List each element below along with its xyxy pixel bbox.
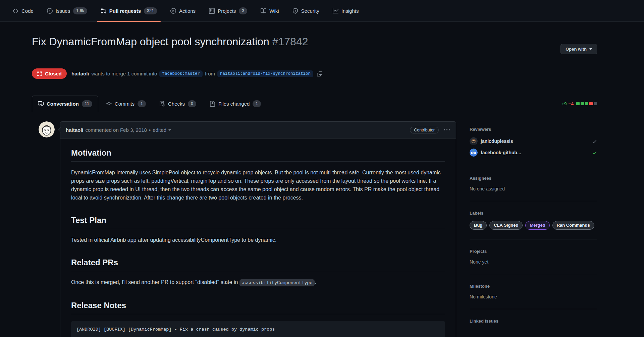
chevron-down-icon — [589, 48, 592, 50]
nav-label: Code — [21, 8, 34, 14]
comment-separator: • — [149, 127, 151, 133]
diffstat-additions: +9 — [561, 101, 567, 106]
git-commit-icon — [106, 101, 112, 107]
milestone-empty-text: No milestone — [470, 294, 597, 299]
reviewer-row: facebook-github... — [470, 149, 597, 157]
comment-author-link[interactable]: haitaoli — [66, 127, 84, 133]
merge-summary: haitaoli wants to merge 1 commit into fa… — [71, 70, 322, 77]
code-icon — [13, 8, 18, 14]
inline-code: accessibilityComponentType — [239, 279, 315, 286]
related-prs-period: . — [315, 279, 316, 285]
assignees-title: Assignees — [470, 176, 597, 181]
pr-number: #17842 — [272, 36, 308, 48]
pr-tabnav: Conversation 11 Commits 1 Checks 0 Files… — [32, 96, 597, 112]
motivation-paragraph: DynamicFromMap internally uses SimplePoo… — [71, 168, 445, 202]
projects-title: Projects — [470, 249, 597, 254]
avatar-janicduplessis[interactable] — [470, 137, 478, 145]
avatar-haitaoli — [39, 121, 55, 137]
pr-author-link[interactable]: haitaoli — [71, 71, 89, 76]
checklist-icon — [159, 101, 165, 107]
comment-header: haitaoli commented on Feb 3, 2018 • edit… — [60, 122, 456, 138]
heading-motivation: Motivation — [71, 148, 445, 162]
sidebar-section-milestone: Milestone No milestone — [470, 274, 597, 309]
linked-issues-title: Linked issues — [470, 319, 597, 324]
heading-related-prs: Related PRs — [71, 258, 445, 271]
tab-label: Commits — [115, 101, 135, 107]
graph-icon — [333, 8, 338, 14]
pr-state-label: Closed — [45, 71, 62, 76]
diffstat-block — [585, 102, 588, 105]
label-bug[interactable]: Bug — [470, 221, 487, 230]
diffstat-block — [594, 102, 597, 105]
nav-item-projects[interactable]: Projects 3 — [204, 0, 252, 21]
kebab-horizontal-icon — [444, 127, 450, 133]
tab-checks[interactable]: Checks 0 — [154, 96, 202, 112]
play-icon — [170, 8, 176, 14]
pr-sidebar: Reviewers janicduplessis — [470, 121, 597, 337]
test-plan-paragraph: Tested in official Airbnb app after upda… — [71, 236, 445, 244]
issue-opened-icon — [47, 8, 53, 14]
related-prs-text: Once this is merged, I'll send another P… — [71, 279, 239, 285]
nav-label: Issues — [56, 8, 70, 14]
label-merged[interactable]: Merged — [525, 221, 549, 230]
nav-item-code[interactable]: Code — [8, 0, 39, 21]
tab-commits[interactable]: Commits 1 — [100, 96, 152, 112]
projects-count-badge: 3 — [239, 7, 247, 14]
reviewer-name[interactable]: janicduplessis — [481, 138, 513, 144]
edited-label: edited — [153, 127, 166, 133]
nav-label: Wiki — [269, 8, 279, 14]
nav-item-issues[interactable]: Issues 1.6k — [42, 0, 92, 21]
label-ran-commands[interactable]: Ran Commands — [552, 221, 594, 230]
reviewer-row: janicduplessis — [470, 137, 597, 145]
tab-conversation[interactable]: Conversation 11 — [32, 96, 98, 112]
edited-dropdown[interactable]: edited — [153, 127, 171, 133]
base-branch-label: facebook:master — [159, 70, 203, 77]
diffstat-block — [589, 102, 593, 105]
open-with-button[interactable]: Open with — [560, 44, 597, 54]
pr-page: Fix DynamicFromMap object pool synchroni… — [32, 22, 597, 337]
pull-requests-count-badge: 321 — [144, 7, 157, 14]
nav-item-actions[interactable]: Actions — [165, 0, 201, 21]
tab-files-changed[interactable]: Files changed 1 — [204, 96, 267, 112]
nav-item-security[interactable]: Security — [287, 0, 324, 21]
tab-label: Checks — [168, 101, 185, 107]
copy-branch-button[interactable] — [316, 71, 322, 76]
issues-count-badge: 1.6k — [73, 7, 87, 14]
diffstat-deletions: −4 — [569, 101, 574, 106]
files-changed-count-badge: 1 — [253, 100, 261, 107]
file-diff-icon — [210, 101, 215, 107]
label-cla-signed[interactable]: CLA Signed — [489, 221, 523, 230]
milestone-title: Milestone — [470, 284, 597, 289]
pr-state-badge: Closed — [32, 68, 67, 79]
commits-count-badge: 1 — [138, 100, 146, 107]
pr-meta-row: Closed haitaoli wants to merge 1 commit … — [32, 68, 597, 79]
repo-nav: Code Issues 1.6k Pull requests 321 Actio… — [0, 0, 644, 22]
comment-discussion-icon — [38, 101, 44, 107]
diffstat-block — [576, 102, 580, 105]
nav-label: Actions — [179, 8, 196, 14]
avatar-facebook-github-bot[interactable] — [470, 149, 478, 157]
projects-empty-text: None yet — [470, 259, 597, 265]
head-branch-label: haitaoli:android-fix-synchronization — [217, 70, 313, 77]
git-pull-request-closed-icon — [37, 71, 42, 76]
pr-header: Fix DynamicFromMap object pool synchroni… — [32, 22, 597, 79]
nav-label: Insights — [341, 8, 359, 14]
comment-author-avatar[interactable] — [39, 121, 55, 137]
shield-icon — [292, 8, 298, 14]
git-pull-request-icon — [101, 8, 106, 14]
chevron-down-icon — [168, 129, 171, 131]
project-board-icon — [209, 8, 215, 14]
release-notes-code-block: [ANDROID] [BUGFIX] [DynamicFromMap] - Fi… — [71, 321, 445, 337]
pr-title-text: Fix DynamicFromMap object pool synchroni… — [32, 36, 269, 48]
nav-item-wiki[interactable]: Wiki — [256, 0, 284, 21]
comment-body: Motivation DynamicFromMap internally use… — [60, 138, 456, 337]
nav-item-pull-requests[interactable]: Pull requests 321 — [96, 0, 162, 21]
reviewer-name[interactable]: facebook-github... — [481, 150, 521, 155]
comment-options-button[interactable] — [443, 126, 450, 133]
nav-item-insights[interactable]: Insights — [328, 0, 364, 21]
contributor-badge: Contributor — [410, 127, 439, 133]
nav-label: Security — [301, 8, 319, 14]
checks-count-badge: 0 — [188, 100, 196, 107]
copy-icon — [317, 71, 322, 76]
conversation-count-badge: 11 — [82, 100, 92, 107]
